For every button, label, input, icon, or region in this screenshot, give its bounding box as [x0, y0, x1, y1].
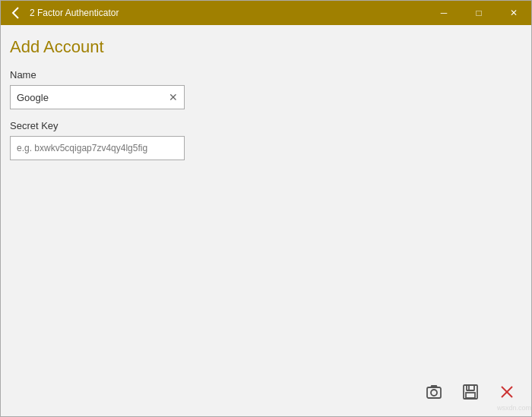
svg-point-1	[431, 390, 437, 396]
name-input-wrapper: ✕	[10, 85, 185, 109]
titlebar-controls: ─ □ ✕	[426, 1, 531, 25]
minimize-icon: ─	[441, 8, 448, 18]
cancel-icon	[499, 384, 515, 404]
close-icon: ✕	[510, 8, 518, 18]
titlebar: 2 Factor Authenticator ─ □ ✕	[1, 1, 531, 25]
svg-rect-4	[466, 393, 475, 398]
back-button[interactable]	[8, 5, 24, 21]
clear-icon: ✕	[169, 91, 178, 103]
maximize-icon: □	[476, 8, 481, 18]
name-label: Name	[10, 69, 522, 81]
camera-icon	[425, 383, 443, 405]
window: 2 Factor Authenticator ─ □ ✕ Add Account…	[0, 0, 532, 417]
name-input[interactable]	[10, 85, 185, 109]
maximize-button[interactable]: □	[461, 1, 496, 25]
scan-qr-button[interactable]	[419, 378, 449, 409]
window-title: 2 Factor Authenticator	[30, 8, 119, 18]
clear-name-button[interactable]: ✕	[166, 90, 180, 104]
watermark: wsxdn.com	[497, 404, 531, 412]
secret-label: Secret Key	[10, 120, 522, 131]
minimize-button[interactable]: ─	[426, 1, 461, 25]
page-content: Add Account Name ✕ Secret Key	[1, 25, 531, 416]
svg-rect-3	[467, 385, 474, 390]
secret-key-input[interactable]	[10, 136, 185, 160]
page-title: Add Account	[10, 37, 522, 57]
close-button[interactable]: ✕	[496, 1, 531, 25]
save-button[interactable]	[455, 378, 486, 409]
titlebar-left: 2 Factor Authenticator	[8, 5, 119, 21]
save-icon	[462, 384, 479, 404]
